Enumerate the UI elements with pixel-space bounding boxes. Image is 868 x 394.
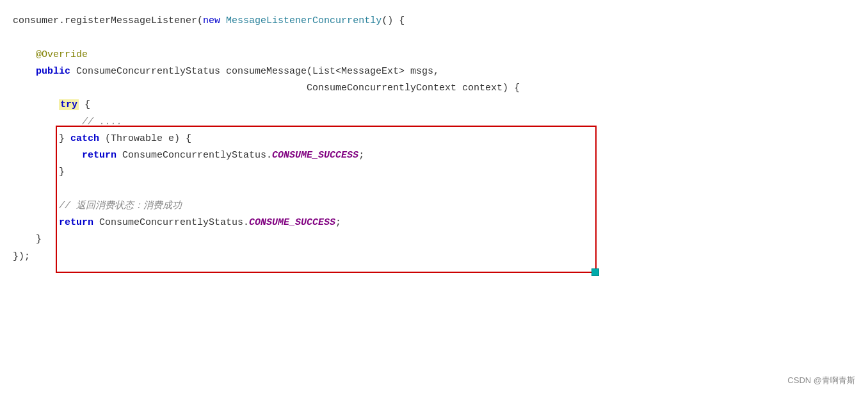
code-classname: MessageListenerConcurrently (226, 15, 382, 26)
code-keyword-return: return (82, 150, 117, 161)
code-text: ConsumeConcurrentlyStatus. (93, 217, 249, 228)
code-keyword-public: public (36, 66, 70, 77)
code-comment: // .... (82, 117, 122, 127)
code-keyword-try-highlighted: try (59, 99, 79, 110)
code-line-1: consumer.registerMessageListener(new Mes… (13, 13, 855, 29)
code-line-5: ConsumeConcurrentlyContext context) { (13, 80, 855, 97)
code-line-14: } (13, 231, 855, 248)
code-field-consume-success2: CONSUME_SUCCESS (249, 217, 335, 228)
code-line-9: return ConsumeConcurrentlyStatus.CONSUME… (13, 147, 855, 164)
code-comment-chinese: // 返回消费状态：消费成功 (59, 201, 182, 211)
code-text: ; (335, 217, 341, 228)
code-text: (Throwable e) { (99, 133, 191, 144)
code-text: () { (382, 15, 405, 26)
code-line-3: @Override (13, 47, 855, 63)
code-line-13: return ConsumeConcurrentlyStatus.CONSUME… (13, 215, 855, 231)
code-line-11 (13, 181, 855, 198)
code-line-2 (13, 29, 855, 46)
code-editor: consumer.registerMessageListener(new Mes… (0, 0, 868, 394)
code-line-6: try { (13, 97, 855, 113)
code-text: ConsumeConcurrentlyStatus. (117, 150, 272, 161)
code-text: consumer.registerMessageListener( (13, 15, 203, 26)
code-text: ; (358, 150, 364, 161)
code-line-4: public ConsumeConcurrentlyStatus consume… (13, 63, 855, 80)
code-line-10: } (13, 164, 855, 181)
resize-handle[interactable] (591, 268, 599, 276)
code-line-8: } catch (Throwable e) { (13, 131, 855, 147)
code-keyword-return2: return (59, 217, 93, 228)
code-annotation: @Override (36, 49, 88, 60)
code-keyword-new: new (203, 15, 220, 26)
code-text: ConsumeConcurrentlyStatus consumeMessage… (70, 66, 439, 77)
code-text: { (79, 99, 90, 110)
code-keyword-catch: catch (70, 133, 99, 144)
code-field-consume-success: CONSUME_SUCCESS (272, 150, 358, 161)
code-text (220, 15, 226, 26)
code-line-7: // .... (13, 114, 855, 131)
code-line-15: }); (13, 249, 855, 265)
watermark: CSDN @青啊青斯 (787, 373, 855, 388)
code-line-12: // 返回消费状态：消费成功 (13, 198, 855, 215)
watermark-text: CSDN @青啊青斯 (787, 375, 855, 385)
